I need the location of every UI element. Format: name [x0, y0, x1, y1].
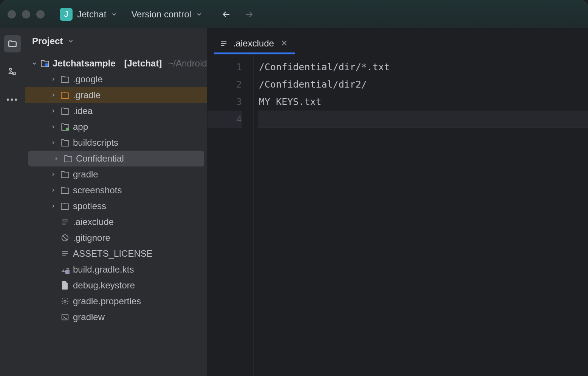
tree-root-name: Jetchatsample	[53, 58, 116, 69]
maximize-window-icon[interactable]	[36, 10, 45, 18]
tree-item-label: debug.keystore	[73, 280, 135, 291]
code-line[interactable]	[258, 111, 588, 128]
chevron-right-icon[interactable]	[50, 172, 57, 177]
tree-item[interactable]: gradlew	[25, 309, 207, 325]
chevron-right-icon[interactable]	[50, 92, 57, 98]
code-line[interactable]: /Confidential/dir2/	[258, 76, 588, 93]
structure-tool-button[interactable]	[4, 63, 21, 80]
svg-line-8	[63, 236, 67, 240]
tree-item[interactable]: gradle	[25, 166, 207, 182]
chevron-right-icon[interactable]	[50, 77, 57, 82]
folder-icon	[63, 154, 73, 163]
chevron-down-icon	[67, 38, 74, 45]
tree-item-label: .gitignore	[73, 233, 110, 243]
editor-tab-bar: .aiexclude ✕	[207, 28, 588, 54]
structure-icon	[8, 67, 17, 77]
gutter-line-number: 4	[207, 111, 242, 128]
chevron-right-icon[interactable]	[50, 140, 57, 145]
text-file-icon	[219, 39, 229, 48]
tree-root-row[interactable]: Jetchatsample [Jetchat] ~/AndroidSt	[25, 55, 207, 71]
tree-item[interactable]: screenshots	[25, 182, 207, 198]
project-sidebar: Project Jetchatsample [Jetchat] ~/Androi…	[25, 28, 207, 376]
window-controls	[8, 10, 45, 18]
project-name-label: Jetchat	[77, 9, 106, 20]
tree-item[interactable]: Confidential	[28, 151, 204, 166]
nav-back-button[interactable]	[221, 9, 232, 20]
project-badge-icon: J	[60, 8, 73, 21]
editor-tab-label: .aiexclude	[233, 38, 274, 49]
tree-root-path: ~/AndroidSt	[168, 58, 207, 69]
project-selector[interactable]: J Jetchat	[60, 8, 118, 21]
folder-orange-icon	[60, 90, 70, 100]
folder-icon	[60, 138, 70, 148]
project-tool-button[interactable]	[4, 35, 21, 52]
tree-item-label: gradle	[73, 169, 98, 180]
tree-item[interactable]: spotless	[25, 198, 207, 214]
tree-item-label: spotless	[73, 201, 106, 211]
editor-code[interactable]: /Confidential/dir/*.txt/Confidential/dir…	[254, 54, 588, 376]
tree-item[interactable]: Kbuild.gradle.kts	[25, 262, 207, 277]
code-line[interactable]: /Confidential/dir/*.txt	[258, 59, 588, 76]
tree-item[interactable]: debug.keystore	[25, 277, 207, 293]
chevron-down-icon[interactable]	[31, 60, 37, 66]
tree-item-label: .google	[73, 74, 103, 85]
tree-item[interactable]: .gradle	[25, 87, 207, 103]
editor-tab-aiexclude[interactable]: .aiexclude ✕	[214, 33, 294, 54]
tree-item-label: Confidential	[76, 153, 124, 164]
editor-body[interactable]: 1234 /Confidential/dir/*.txt/Confidentia…	[207, 54, 588, 376]
folder-icon	[60, 185, 70, 195]
tree-item-label: build.gradle.kts	[73, 264, 134, 275]
minimize-window-icon[interactable]	[22, 10, 30, 18]
nav-arrows	[221, 9, 255, 20]
nav-forward-button[interactable]	[243, 9, 255, 20]
folder-icon	[60, 106, 70, 116]
chevron-down-icon	[196, 11, 203, 18]
version-control-label: Version control	[131, 9, 191, 20]
gutter-line-number: 1	[207, 59, 242, 76]
code-line[interactable]: MY_KEYS.txt	[258, 93, 588, 111]
more-tools-button[interactable]: •••	[4, 91, 21, 108]
svg-text:K: K	[67, 270, 69, 274]
tree-item[interactable]: .gitignore	[25, 230, 207, 246]
tree-item[interactable]: app	[25, 119, 207, 135]
tree-item-label: app	[73, 122, 88, 132]
more-icon: •••	[6, 95, 19, 105]
arrow-right-icon	[244, 9, 254, 20]
generic-file-icon	[60, 280, 70, 290]
module-root-icon	[40, 59, 50, 68]
chevron-right-icon[interactable]	[50, 203, 57, 209]
folder-icon	[60, 201, 70, 211]
svg-rect-16	[62, 314, 68, 320]
gutter-line-number: 3	[207, 93, 242, 111]
close-window-icon[interactable]	[8, 10, 16, 18]
main-area: ••• Project Jetchatsample [Jetchat] ~/An…	[0, 28, 588, 376]
chevron-right-icon[interactable]	[50, 124, 57, 129]
project-panel-title: Project	[32, 36, 63, 46]
chevron-right-icon[interactable]	[50, 188, 57, 193]
tree-item-label: ASSETS_LICENSE	[73, 248, 153, 259]
editor-gutter: 1234	[207, 54, 254, 376]
tree-item[interactable]: .aiexclude	[25, 214, 207, 230]
tree-root-suffix: [Jetchat]	[124, 58, 162, 69]
chevron-right-icon[interactable]	[50, 108, 57, 114]
tree-item-label: gradle.properties	[73, 296, 141, 307]
tree-item[interactable]: gradle.properties	[25, 293, 207, 309]
folder-icon	[60, 170, 70, 179]
close-tab-button[interactable]: ✕	[281, 39, 288, 48]
tree-item[interactable]: .google	[25, 71, 207, 87]
tree-item[interactable]: ASSETS_LICENSE	[25, 246, 207, 262]
tree-item-label: buildscripts	[73, 137, 118, 148]
version-control-selector[interactable]: Version control	[131, 9, 203, 20]
folder-icon	[60, 74, 70, 84]
chevron-right-icon[interactable]	[53, 156, 60, 161]
svg-rect-2	[45, 63, 48, 66]
gutter-line-number: 2	[207, 76, 242, 93]
tree-item[interactable]: .idea	[25, 103, 207, 119]
svg-point-12	[63, 270, 64, 271]
tree-item[interactable]: buildscripts	[25, 135, 207, 151]
title-bar: J Jetchat Version control	[0, 0, 588, 28]
project-tree[interactable]: Jetchatsample [Jetchat] ~/AndroidSt .goo…	[25, 54, 207, 376]
editor-area: .aiexclude ✕ 1234 /Confidential/dir/*.tx…	[207, 28, 588, 376]
project-panel-header[interactable]: Project	[25, 28, 207, 54]
tree-item-label: screenshots	[73, 185, 122, 196]
